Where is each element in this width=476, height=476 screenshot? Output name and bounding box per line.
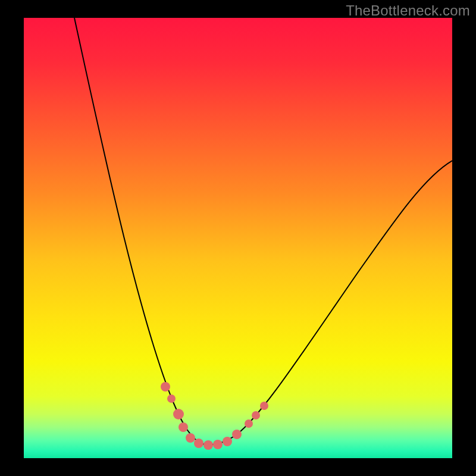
curve-marker (260, 402, 268, 410)
curve-marker (213, 440, 223, 449)
chart-svg (24, 18, 452, 458)
chart-background (24, 18, 452, 458)
curve-marker (245, 419, 253, 428)
curve-marker (232, 430, 242, 439)
curve-marker (161, 382, 170, 392)
curve-marker (173, 409, 184, 419)
curve-marker (203, 440, 213, 450)
curve-marker (178, 422, 188, 432)
curve-marker (194, 439, 203, 448)
curve-marker (223, 437, 232, 446)
curve-marker (252, 411, 260, 419)
curve-marker (167, 394, 176, 403)
watermark-label: TheBottleneck.com (346, 2, 470, 19)
curve-marker (186, 433, 195, 443)
chart-plot-area (24, 18, 452, 458)
